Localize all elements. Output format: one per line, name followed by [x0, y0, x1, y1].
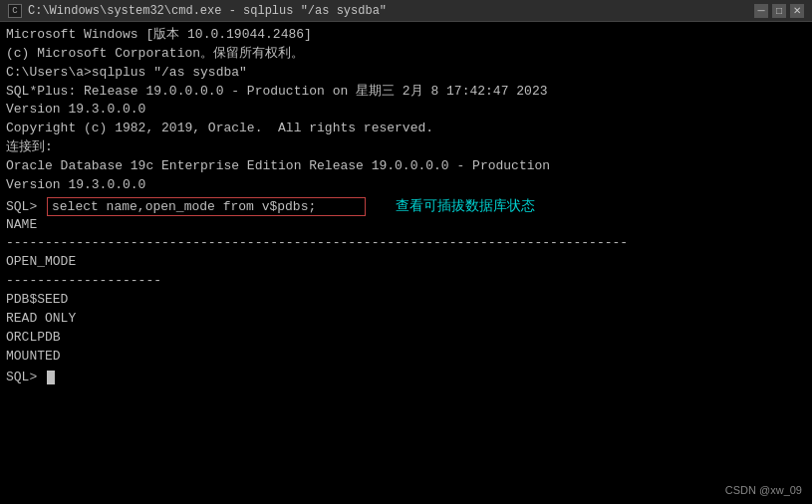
output-line: NAME	[6, 216, 806, 235]
output-line: MOUNTED	[6, 348, 806, 367]
final-sql-prompt-line: SQL>	[6, 370, 806, 384]
output-line: --------------------	[6, 272, 806, 291]
annotation-text: 查看可插拔数据库状态	[396, 197, 535, 215]
sql-input[interactable]	[47, 197, 366, 216]
terminal-line: 连接到:	[6, 138, 806, 157]
title-bar-text: C:\Windows\system32\cmd.exe - sqlplus "/…	[28, 4, 748, 18]
maximize-button[interactable]: □	[772, 4, 786, 18]
cursor	[47, 371, 55, 384]
terminal-line: SQL*Plus: Release 19.0.0.0.0 - Productio…	[6, 83, 806, 102]
output-line: ORCLPDB	[6, 329, 806, 348]
output-line: ----------------------------------------…	[6, 234, 806, 253]
minimize-button[interactable]: ─	[754, 4, 768, 18]
output-lines: Microsoft Windows [版本 10.0.19044.2486](c…	[6, 26, 806, 195]
terminal-line: Copyright (c) 1982, 2019, Oracle. All ri…	[6, 120, 806, 138]
csdn-watermark: CSDN @xw_09	[725, 484, 802, 496]
terminal-body: Microsoft Windows [版本 10.0.19044.2486](c…	[0, 22, 812, 504]
terminal-line: Version 19.3.0.0.0	[6, 101, 806, 120]
terminal-line: (c) Microsoft Corporation。保留所有权利。	[6, 45, 806, 64]
sql-prompt: SQL>	[6, 199, 45, 214]
terminal-line: C:\Users\a>sqlplus "/as sysdba"	[6, 64, 806, 83]
window-controls[interactable]: ─ □ ✕	[754, 4, 804, 18]
query-output: NAME------------------------------------…	[6, 216, 806, 367]
title-bar: C C:\Windows\system32\cmd.exe - sqlplus …	[0, 0, 812, 22]
terminal-line: Microsoft Windows [版本 10.0.19044.2486]	[6, 26, 806, 45]
final-sql-prompt: SQL>	[6, 370, 45, 384]
cmd-icon: C	[8, 4, 22, 18]
output-line: PDB$SEED	[6, 291, 806, 310]
terminal-line: Oracle Database 19c Enterprise Edition R…	[6, 157, 806, 176]
output-line: READ ONLY	[6, 310, 806, 329]
close-button[interactable]: ✕	[790, 4, 804, 18]
sql-input-line[interactable]: SQL> 查看可插拔数据库状态	[6, 197, 806, 216]
output-line: OPEN_MODE	[6, 253, 806, 272]
terminal-line: Version 19.3.0.0.0	[6, 176, 806, 195]
